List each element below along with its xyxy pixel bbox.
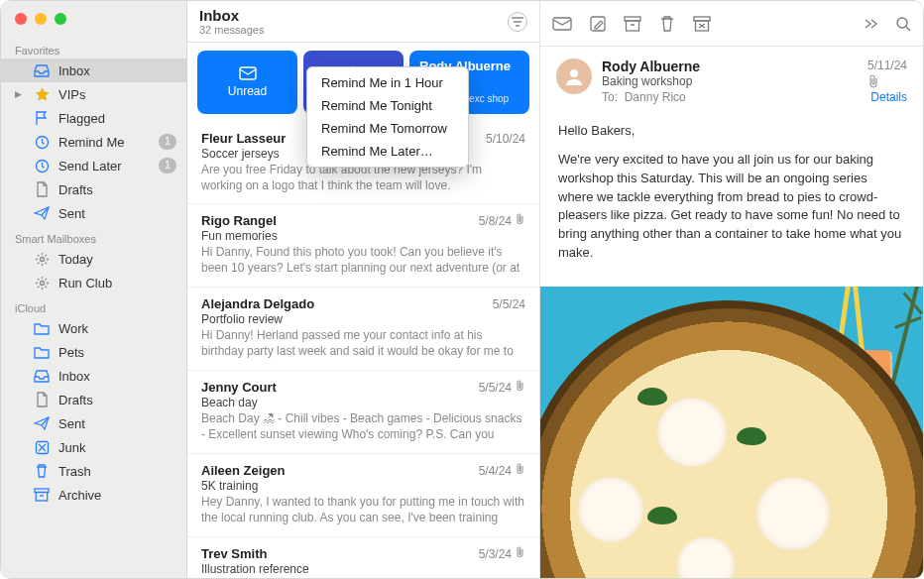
message-from: Jenny Court (201, 380, 479, 395)
svg-rect-9 (553, 18, 571, 30)
svg-rect-7 (240, 67, 256, 79)
message-item[interactable]: Jenny Court5/5/24Beach dayBeach Day 🏖 - … (187, 371, 539, 454)
sidebar-item-today[interactable]: Today (1, 247, 186, 271)
message-subject: Portfolio review (201, 312, 525, 326)
sidebar-item-drafts[interactable]: Drafts (1, 177, 186, 201)
sidebar-item-label: Send Later (58, 159, 151, 174)
more-button[interactable] (864, 18, 877, 30)
message-date: 5/10/24 (486, 132, 525, 146)
sidebar-item-pets[interactable]: Pets (1, 340, 186, 364)
sidebar-item-inbox[interactable]: Inbox (1, 364, 186, 388)
sidebar-item-run-club[interactable]: Run Club (1, 271, 186, 294)
sidebar-item-remind-me[interactable]: Remind Me1 (1, 130, 186, 154)
context-menu-item[interactable]: Remind Me in 1 Hour (307, 71, 468, 94)
sidebar-item-label: Sent (58, 206, 176, 221)
details-link[interactable]: Details (867, 90, 907, 104)
sidebar-item-drafts[interactable]: Drafts (1, 388, 186, 411)
search-button[interactable] (895, 16, 911, 32)
compose-button[interactable] (590, 16, 606, 32)
sidebar-item-label: Remind Me (58, 135, 151, 150)
filter-button[interactable] (508, 12, 527, 32)
gear-icon (33, 276, 51, 290)
chip-unread-label: Unread (228, 84, 267, 98)
sidebar-item-label: Trash (58, 464, 176, 479)
sidebar-item-label: Junk (58, 440, 176, 455)
message-item[interactable]: Alejandra Delgado5/5/24Portfolio reviewH… (187, 288, 539, 371)
sidebar-item-send-later[interactable]: Send Later1 (1, 154, 186, 177)
message-attachment-image[interactable] (540, 287, 923, 578)
sidebar-item-label: Work (58, 321, 176, 336)
message-to: To: Danny Rico (602, 90, 858, 104)
svg-point-16 (570, 69, 578, 77)
archive-button[interactable] (624, 16, 641, 32)
sender-avatar[interactable] (556, 58, 592, 94)
svg-point-3 (40, 281, 44, 285)
list-title: Inbox (199, 7, 264, 24)
sidebar-item-vips[interactable]: ▶VIPs (1, 82, 186, 106)
folder-icon (33, 346, 51, 359)
message-item[interactable]: Trev Smith5/3/24Illustration referenceHi… (187, 537, 539, 579)
context-menu-item[interactable]: Remind Me Tomorrow (307, 117, 468, 140)
sidebar-item-label: Drafts (58, 182, 176, 197)
message-subject: 5K training (201, 479, 525, 493)
attachment-icon (516, 546, 525, 558)
paperplane-icon (33, 416, 51, 430)
star-icon (33, 87, 51, 102)
remind-context-menu: Remind Me in 1 HourRemind Me TonightRemi… (306, 66, 469, 168)
svg-point-15 (897, 18, 907, 28)
doc-icon (33, 392, 51, 407)
message-paragraph: We're very excited to have you all join … (558, 151, 905, 263)
sidebar-item-label: Run Club (58, 276, 176, 290)
sidebar-item-label: Sent (58, 416, 176, 431)
sidebar-item-sent[interactable]: Sent (1, 201, 186, 225)
chevron-right-icon: ▶ (15, 89, 25, 99)
context-menu-item[interactable]: Remind Me Tonight (307, 94, 468, 117)
sidebar-item-inbox[interactable]: Inbox (1, 58, 186, 82)
sidebar-item-junk[interactable]: Junk (1, 435, 186, 459)
archive-icon (33, 488, 51, 502)
sidebar-item-label: Archive (58, 488, 176, 503)
svg-rect-6 (36, 493, 47, 502)
junk-button[interactable] (693, 16, 711, 32)
sidebar-badge: 1 (159, 134, 176, 150)
message-subject: Beach day (201, 396, 525, 409)
sidebar-item-label: Pets (58, 345, 176, 360)
minimize-window-button[interactable] (35, 13, 47, 25)
folder-icon (33, 322, 51, 335)
reply-button[interactable] (552, 17, 572, 31)
message-subject: Baking workshop (602, 74, 858, 88)
context-menu-item[interactable]: Remind Me Later… (307, 140, 468, 163)
close-window-button[interactable] (15, 13, 27, 25)
junk-icon (33, 440, 51, 455)
message-from: Rigo Rangel (201, 213, 479, 228)
message-from: Alejandra Delgado (201, 296, 493, 311)
chip-unread[interactable]: Unread (197, 51, 297, 114)
svg-point-2 (40, 257, 44, 261)
sidebar-item-flagged[interactable]: Flagged (1, 106, 186, 130)
sidebar-item-work[interactable]: Work (1, 316, 186, 340)
message-item[interactable]: Rigo Rangel5/8/24Fun memoriesHi Danny, F… (187, 204, 539, 288)
sidebar-item-trash[interactable]: Trash (1, 459, 186, 483)
sidebar-item-archive[interactable]: Archive (1, 483, 186, 507)
sidebar-badge: 1 (159, 158, 176, 174)
attachment-icon (867, 74, 907, 88)
zoom-window-button[interactable] (55, 13, 66, 25)
message-item[interactable]: Aileen Zeigen5/4/245K trainingHey Danny,… (187, 454, 539, 537)
message-from: Aileen Zeigen (201, 463, 479, 478)
sidebar-item-label: VIPs (58, 87, 176, 102)
delete-button[interactable] (659, 15, 675, 33)
message-date: 5/4/24 (479, 464, 512, 478)
sidebar-section-smart: Smart Mailboxes (1, 225, 186, 247)
sidebar-item-sent[interactable]: Sent (1, 411, 186, 435)
message-preview: Hi Danny! Herland passed me your contact… (201, 328, 525, 360)
message-greeting: Hello Bakers, (558, 122, 905, 141)
sidebar-section-favorites: Favorites (1, 37, 186, 58)
inbox-icon (33, 369, 51, 383)
message-preview: Hi Danny, Found this photo you took! Can… (201, 245, 525, 277)
sidebar: Favorites Inbox▶VIPsFlaggedRemind Me1Sen… (1, 1, 187, 578)
message-date: 5/3/24 (479, 547, 512, 561)
message-list-pane: Inbox 32 messages Unread Rem Rody A (187, 1, 540, 578)
sender-name: Rody Albuerne (602, 58, 858, 74)
message-subject: Illustration reference (201, 562, 525, 576)
window-controls (1, 1, 186, 37)
